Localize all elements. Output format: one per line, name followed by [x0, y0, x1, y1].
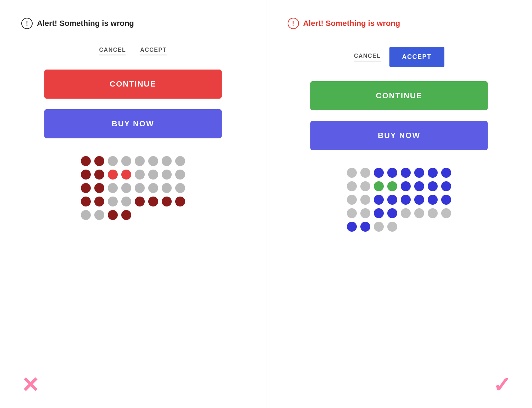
dots-row [347, 222, 451, 232]
dot [414, 195, 424, 205]
left-buy-now-button[interactable]: BUY NOW [44, 109, 222, 138]
dots-row [81, 170, 185, 180]
dot [121, 183, 131, 193]
dot [347, 222, 357, 232]
dot [108, 183, 118, 193]
dot [428, 181, 438, 191]
dot [387, 181, 397, 191]
dot [401, 195, 411, 205]
right-alert-icon: ! [288, 18, 299, 29]
left-dots-grid [81, 156, 185, 220]
dot [81, 170, 91, 180]
dot [360, 181, 370, 191]
dot [162, 197, 172, 206]
right-accept-button[interactable]: ACCEPT [389, 47, 444, 67]
dot [81, 197, 91, 206]
dot [441, 168, 451, 178]
dot [135, 156, 145, 166]
dot [148, 183, 158, 193]
dot [428, 208, 438, 218]
dot [360, 195, 370, 205]
right-cancel-button[interactable]: CANCEL [354, 53, 381, 61]
dot [108, 156, 118, 166]
dot [441, 195, 451, 205]
dots-row [81, 210, 185, 220]
right-buy-now-button[interactable]: BUY NOW [310, 121, 488, 150]
dot [387, 222, 397, 232]
dot [135, 170, 145, 180]
dots-row [81, 183, 185, 193]
left-continue-button[interactable]: CONTINUE [44, 70, 222, 99]
dot [148, 197, 158, 206]
left-alert-icon: ! [21, 18, 33, 29]
left-accept-button[interactable]: ACCEPT [140, 47, 167, 55]
dot [81, 183, 91, 193]
right-footer-icon: ✓ [493, 373, 511, 397]
dots-row [81, 197, 185, 206]
dot [94, 170, 104, 180]
dot [175, 183, 185, 193]
dot [148, 156, 158, 166]
dot [94, 210, 104, 220]
dot [401, 181, 411, 191]
left-alert-title: Alert! Something is wrong [37, 19, 134, 28]
dot [148, 170, 158, 180]
right-panel: ! Alert! Something is wrong CANCEL ACCEP… [266, 0, 532, 408]
dot [401, 208, 411, 218]
dot [162, 156, 172, 166]
dot [347, 181, 357, 191]
dot [347, 168, 357, 178]
dot [374, 195, 384, 205]
dot [374, 168, 384, 178]
left-alert-header: ! Alert! Something is wrong [21, 18, 134, 29]
dot [94, 156, 104, 166]
dot [81, 210, 91, 220]
dot [175, 156, 185, 166]
left-cancel-button[interactable]: CANCEL [99, 47, 126, 55]
dot [360, 168, 370, 178]
dot [162, 183, 172, 193]
dot [428, 168, 438, 178]
dots-row [347, 208, 451, 218]
dot [175, 170, 185, 180]
dot [428, 195, 438, 205]
dot [360, 208, 370, 218]
dot [414, 208, 424, 218]
dots-row [347, 195, 451, 205]
right-dots-grid [347, 168, 451, 232]
dot [175, 197, 185, 206]
left-action-buttons: CANCEL ACCEPT [99, 47, 167, 55]
dot [121, 170, 131, 180]
dot [347, 195, 357, 205]
right-alert-title: Alert! Something is wrong [303, 19, 400, 28]
dot [374, 208, 384, 218]
dot [94, 197, 104, 206]
dot [401, 168, 411, 178]
dot [108, 170, 118, 180]
dots-row [347, 168, 451, 178]
dot [121, 197, 131, 206]
dot [108, 210, 118, 220]
dot [121, 210, 131, 220]
dot [135, 183, 145, 193]
dot [81, 156, 91, 166]
dot [108, 197, 118, 206]
right-alert-header: ! Alert! Something is wrong [288, 18, 400, 29]
dot [94, 183, 104, 193]
dot [441, 208, 451, 218]
dot [347, 208, 357, 218]
left-panel: ! Alert! Something is wrong CANCEL ACCEP… [0, 0, 266, 408]
dots-row [347, 181, 451, 191]
dot [162, 170, 172, 180]
dot [387, 195, 397, 205]
dot [414, 181, 424, 191]
dot [121, 156, 131, 166]
right-continue-button[interactable]: CONTINUE [310, 81, 488, 110]
dot [374, 222, 384, 232]
dot [387, 208, 397, 218]
dot [441, 181, 451, 191]
dot [414, 168, 424, 178]
dot [387, 168, 397, 178]
right-action-buttons: CANCEL ACCEPT [354, 47, 444, 67]
dots-row [81, 156, 185, 166]
